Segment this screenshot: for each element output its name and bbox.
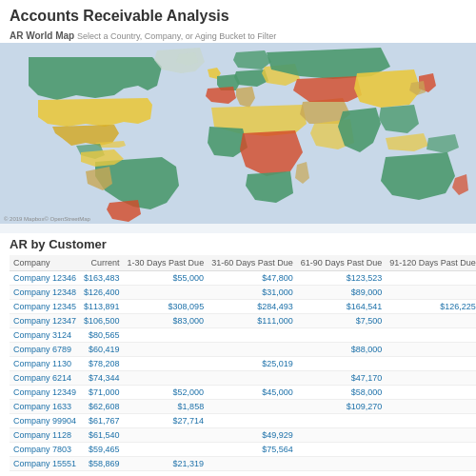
cell-current: $78,208 <box>80 357 124 371</box>
cell-d61_90: $47,170 <box>297 371 387 386</box>
ar-table: Company Current 1-30 Days Past Due 31-60… <box>10 255 476 471</box>
table-row[interactable]: Company 3124$80,565 <box>10 328 476 343</box>
cell-current: $61,767 <box>80 414 124 428</box>
cell-d1_30: $52,000 <box>124 386 208 400</box>
cell-current: $59,465 <box>80 443 124 457</box>
cell-d91_120 <box>386 271 476 286</box>
cell-company: Company 12348 <box>10 286 80 300</box>
col-company[interactable]: Company <box>10 255 80 271</box>
cell-d31_60: $45,000 <box>208 386 297 400</box>
cell-d61_90: $123,523 <box>297 271 387 286</box>
cell-company: Company 12349 <box>10 386 80 400</box>
cell-d31_60: $31,000 <box>208 286 297 300</box>
table-row[interactable]: Company 1633$62,608$1,858$109,270 <box>10 400 476 414</box>
cell-d61_90: $7,500 <box>297 314 387 328</box>
table-row[interactable]: Company 7803$59,465$75,564 <box>10 443 476 457</box>
cell-current: $60,419 <box>80 343 124 357</box>
cell-d1_30: $27,714 <box>124 414 208 428</box>
cell-company: Company 1130 <box>10 357 80 371</box>
cell-d1_30 <box>124 328 208 343</box>
cell-d1_30 <box>124 428 208 443</box>
cell-d91_120 <box>386 357 476 371</box>
cell-d31_60: $47,800 <box>208 271 297 286</box>
cell-d1_30: $55,000 <box>124 271 208 286</box>
cell-company: Company 15551 <box>10 457 80 471</box>
cell-current: $74,344 <box>80 371 124 386</box>
map-section: AR World Map Select a Country, Company, … <box>0 29 476 233</box>
table-row[interactable]: Company 12347$106,500$83,000$111,000$7,5… <box>10 314 476 328</box>
cell-d1_30 <box>124 357 208 371</box>
cell-d31_60 <box>208 400 297 414</box>
cell-d31_60 <box>208 328 297 343</box>
cell-d1_30: $21,319 <box>124 457 208 471</box>
cell-current: $126,400 <box>80 286 124 300</box>
table-row[interactable]: Company 12346$163,483$55,000$47,800$123,… <box>10 271 476 286</box>
cell-d91_120 <box>386 343 476 357</box>
col-1-30[interactable]: 1-30 Days Past Due <box>124 255 208 271</box>
cell-company: Company 6789 <box>10 343 80 357</box>
app: Accounts Receivable Analysis AR World Ma… <box>0 0 476 476</box>
cell-company: Company 7803 <box>10 443 80 457</box>
cell-company: Company 12345 <box>10 300 80 314</box>
cell-d91_120 <box>386 371 476 386</box>
cell-d91_120: $126,225 <box>386 300 476 314</box>
cell-d61_90 <box>297 428 387 443</box>
cell-d1_30 <box>124 371 208 386</box>
cell-d91_120 <box>386 328 476 343</box>
cell-d1_30 <box>124 286 208 300</box>
cell-d31_60 <box>208 414 297 428</box>
table-row[interactable]: Company 6789$60,419$88,000 <box>10 343 476 357</box>
cell-d61_90: $89,000 <box>297 286 387 300</box>
cell-company: Company 12347 <box>10 314 80 328</box>
cell-company: Company 1633 <box>10 400 80 414</box>
table-row[interactable]: Company 12345$113,891$308,095$284,493$16… <box>10 300 476 314</box>
col-current[interactable]: Current <box>80 255 124 271</box>
table-row[interactable]: Company 12348$126,400$31,000$89,000 <box>10 286 476 300</box>
cell-d61_90 <box>297 328 387 343</box>
table-row[interactable]: Company 1130$78,208$25,019 <box>10 357 476 371</box>
table-section: AR by Customer Company Current 1-30 Days… <box>0 233 476 475</box>
cell-d61_90: $58,000 <box>297 386 387 400</box>
col-91-120[interactable]: 91-120 Days Past Due <box>386 255 476 271</box>
map-credit-text: © 2019 Mapbox© OpenStreetMap <box>4 216 91 222</box>
cell-d91_120 <box>386 457 476 471</box>
cell-d61_90 <box>297 457 387 471</box>
cell-d61_90: $88,000 <box>297 343 387 357</box>
map-filter-hint: Select a Country, Company, or Aging Buck… <box>77 31 276 41</box>
cell-d91_120 <box>386 443 476 457</box>
col-31-60[interactable]: 31-60 Days Past Due <box>208 255 297 271</box>
map-container[interactable]: © 2019 Mapbox© OpenStreetMap <box>0 43 476 224</box>
cell-d1_30 <box>124 343 208 357</box>
table-row[interactable]: Company 6214$74,344$47,170 <box>10 371 476 386</box>
cell-company: Company 1128 <box>10 428 80 443</box>
cell-company: Company 6214 <box>10 371 80 386</box>
table-row[interactable]: Company 15551$58,869$21,319 <box>10 457 476 471</box>
cell-current: $62,608 <box>80 400 124 414</box>
cell-d31_60: $111,000 <box>208 314 297 328</box>
map-subtitle: AR World Map Select a Country, Company, … <box>0 29 476 43</box>
cell-current: $106,500 <box>80 314 124 328</box>
cell-d1_30 <box>124 443 208 457</box>
cell-d61_90 <box>297 357 387 371</box>
table-row[interactable]: Company 99904$61,767$27,714 <box>10 414 476 428</box>
cell-d31_60: $49,929 <box>208 428 297 443</box>
cell-d61_90: $164,541 <box>297 300 387 314</box>
cell-current: $61,540 <box>80 428 124 443</box>
cell-d61_90: $109,270 <box>297 400 387 414</box>
cell-d91_120 <box>386 386 476 400</box>
cell-d31_60: $75,564 <box>208 443 297 457</box>
cell-d91_120 <box>386 414 476 428</box>
world-map-svg[interactable]: © 2019 Mapbox© OpenStreetMap <box>0 43 476 224</box>
col-61-90[interactable]: 61-90 Days Past Due <box>297 255 387 271</box>
cell-company: Company 3124 <box>10 328 80 343</box>
cell-company: Company 99904 <box>10 414 80 428</box>
cell-d1_30: $83,000 <box>124 314 208 328</box>
table-body: Company 12346$163,483$55,000$47,800$123,… <box>10 271 476 471</box>
cell-d31_60: $284,493 <box>208 300 297 314</box>
cell-d31_60: $25,019 <box>208 357 297 371</box>
table-row[interactable]: Company 12349$71,000$52,000$45,000$58,00… <box>10 386 476 400</box>
table-row[interactable]: Company 1128$61,540$49,929 <box>10 428 476 443</box>
table-title: AR by Customer <box>10 237 466 251</box>
cell-current: $71,000 <box>80 386 124 400</box>
cell-current: $80,565 <box>80 328 124 343</box>
